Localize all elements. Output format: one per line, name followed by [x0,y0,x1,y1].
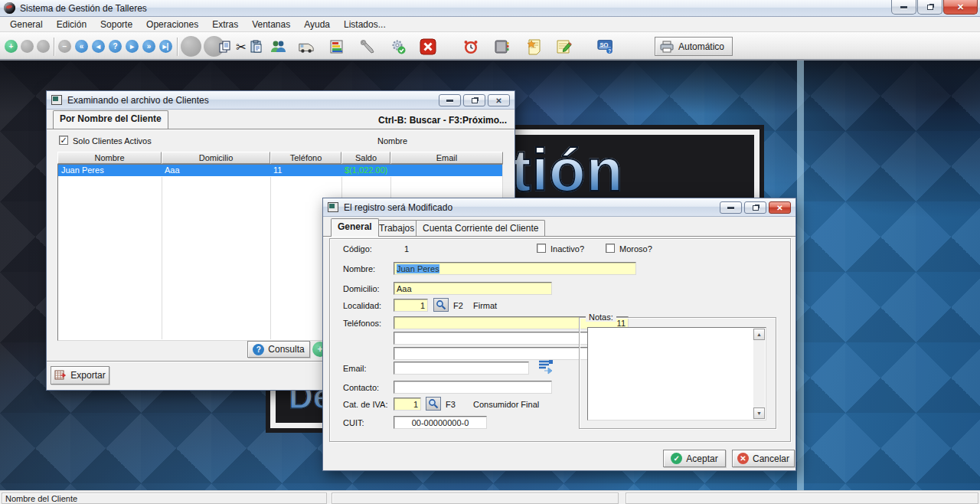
notas-textarea[interactable]: ▲ ▼ [587,327,766,421]
sql-help-icon[interactable]: SQ? [597,38,614,55]
iva-lookup-button[interactable] [426,397,441,411]
alarm-clock-icon[interactable] [462,38,479,55]
moroso-checkbox[interactable] [606,244,615,253]
print-automatic-button[interactable]: Automático [655,37,733,56]
notas-scrollbar[interactable]: ▲ ▼ [753,329,765,419]
tab-trabajos[interactable]: Trabajos [372,220,421,237]
tools-wrench-icon[interactable] [359,38,376,55]
nombre-label: Nombre: [343,264,375,273]
notas-label: Notas: [586,313,616,322]
close-button[interactable]: ✕ [943,0,978,15]
aceptar-button[interactable]: ✓ Aceptar [663,450,726,467]
scroll-up-icon[interactable]: ▲ [753,329,765,340]
telefonos-label: Teléfonos: [343,319,381,328]
header-domicilio[interactable]: Domicilio [162,152,270,164]
domicilio-label: Domicilio: [343,284,380,293]
menu-ayuda[interactable]: Ayuda [297,18,337,31]
remove-icon[interactable]: − [58,40,71,53]
menu-edicion[interactable]: Edición [50,18,93,31]
add-icon[interactable]: + [5,40,18,53]
record-icon-b[interactable] [37,40,50,53]
close-icon: ✕ [776,204,782,212]
cell-saldo: $(1,022.00) [341,165,390,176]
action-icon-a[interactable] [181,36,201,57]
vehicle-icon[interactable] [298,38,315,55]
contacto-input[interactable] [394,381,552,394]
scroll-down-icon[interactable]: ▼ [753,407,765,419]
email-input[interactable] [394,362,529,375]
iva-input[interactable]: 1 [394,398,421,411]
domicilio-input[interactable]: Aaa [394,282,552,295]
dialog-window-title: El registro será Modificado [344,202,452,213]
exportar-label: Exportar [70,370,105,381]
dialog-minimize-button[interactable] [720,201,742,214]
first-record-icon[interactable]: « [75,40,88,53]
menu-soporte[interactable]: Soporte [93,18,139,31]
cuit-input[interactable]: 00-00000000-0 [394,416,487,429]
send-email-button[interactable] [538,359,555,376]
solo-activos-checkbox[interactable]: ✓ [59,136,68,145]
solo-activos-label: Solo Clientes Activos [73,136,152,146]
minimize-icon [446,100,453,102]
tab-baseline [47,129,514,129]
localidad-input[interactable]: 1 [394,299,428,312]
consulta-button[interactable]: ? Consulta [247,341,310,358]
menu-listados[interactable]: Listados... [337,18,393,31]
last-record-icon[interactable]: ▸| [159,40,172,53]
browse-window-icon [51,95,62,105]
fast-forward-icon[interactable]: » [142,40,155,53]
status-field-name: Nombre del Cliente [2,493,327,504]
header-saldo[interactable]: Saldo [341,152,390,164]
menu-general[interactable]: General [3,18,50,31]
clients-icon[interactable] [270,38,286,55]
note-edit-icon[interactable] [555,38,572,55]
iva-fkey-label: F3 [446,400,456,409]
minimize-button[interactable] [891,0,916,15]
minimize-icon [900,6,907,8]
delete-icon[interactable] [420,38,436,55]
dialog-titlebar: El registro será Modificado ✕ [323,198,795,217]
note-new-icon[interactable] [526,38,543,55]
localidad-lookup-button[interactable] [433,298,449,312]
query-icon[interactable]: ? [109,40,122,53]
restore-icon [927,5,933,10]
paste-icon[interactable] [248,38,265,55]
browse-minimize-button[interactable] [439,94,461,106]
browse-tab-por-nombre[interactable]: Por Nombre del Cliente [53,110,168,129]
settings-gears-icon[interactable] [390,38,407,55]
header-telefono[interactable]: Teléfono [270,152,341,164]
browse-restore-button[interactable] [463,94,485,106]
menu-operaciones[interactable]: Operaciones [139,18,205,31]
header-email[interactable]: Email [390,152,503,164]
inactivo-checkbox[interactable] [537,244,546,253]
menu-ventanas[interactable]: Ventanas [245,18,297,31]
nombre-input[interactable]: Juan Peres [394,262,636,275]
dialog-close-button[interactable]: ✕ [769,201,791,214]
next-record-icon[interactable]: ▸ [126,40,139,53]
header-nombre[interactable]: Nombre [57,152,162,164]
sort-column-label: Nombre [377,136,407,146]
tab-general[interactable]: General [331,218,379,237]
address-book-icon[interactable] [493,38,510,55]
report-save-icon[interactable] [328,38,345,55]
browse-close-button[interactable]: ✕ [488,94,510,106]
clients-table-header: Nombre Domicilio Teléfono Saldo Email [57,152,503,164]
cancelar-button[interactable]: ✕ Cancelar [732,450,795,467]
table-row-selected[interactable]: Juan Peres Aaa 11 $(1,022.00) [58,165,502,176]
tab-cuenta-corriente[interactable]: Cuenta Corriente del Cliente [416,220,545,237]
toolbar: + − « ◂ ? ▸ » ▸| ✂ [0,32,980,61]
send-email-icon [538,359,555,375]
moroso-label: Moroso? [619,244,652,254]
restore-icon [472,98,478,103]
exportar-button[interactable]: Exportar [51,366,109,385]
previous-record-icon[interactable]: ◂ [92,40,105,53]
copy-icon[interactable] [217,38,234,55]
cell-domicilio: Aaa [162,165,270,176]
menu-extras[interactable]: Extras [205,18,245,31]
record-icon-a[interactable] [21,40,34,53]
cut-icon[interactable]: ✂ [233,38,250,55]
dialog-restore-button[interactable] [744,201,766,214]
cancelar-label: Cancelar [753,453,789,464]
restore-button[interactable] [917,0,942,15]
iva-name: Consumidor Final [473,400,539,409]
